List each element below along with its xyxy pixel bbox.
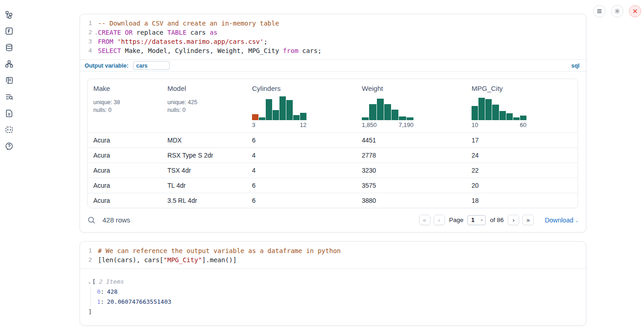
code-token: FROM (98, 38, 113, 45)
code-text: CREATE OR replace TABLE cars as (92, 28, 217, 37)
search-icon[interactable] (87, 216, 96, 224)
line-number: 3 (80, 37, 92, 46)
histogram-bar (273, 110, 279, 120)
next-page-button[interactable]: › (508, 215, 519, 225)
python-output: ⌄ [ 2 Items 0: 428 1: 20.060747663551403… (80, 269, 586, 325)
table-row[interactable]: Acura TL 4dr 6 3575 20 (88, 178, 578, 193)
hamburger-menu-icon[interactable] (593, 5, 606, 17)
table-row[interactable]: Acura RSX Type S 2dr 4 2778 24 (88, 148, 578, 163)
sql-code-editor[interactable]: 1 -- Download a CSV and create an in-mem… (80, 14, 586, 59)
column-header-weight[interactable]: Weight 1,8507,190 (356, 85, 466, 128)
gear-icon[interactable] (611, 5, 623, 17)
logs-icon[interactable] (5, 76, 13, 85)
histogram-bar (499, 111, 506, 120)
page-select[interactable]: 1 (467, 215, 486, 225)
dependency-graph-icon[interactable] (5, 60, 13, 68)
code-text: FROM 'https://datasets.marimo.app/cars.c… (92, 37, 268, 46)
output-variable-row: Output variable: sql (80, 59, 586, 71)
column-label: Cylinders (252, 85, 351, 92)
column-header-cylinders[interactable]: Cylinders 312 (247, 85, 356, 128)
collapse-chevron-icon[interactable]: ⌄ (88, 277, 91, 287)
column-label: Make (93, 85, 156, 92)
prev-page-button[interactable]: ‹ (434, 215, 445, 225)
code-token: ; (263, 38, 267, 45)
histogram-bar (293, 115, 300, 120)
tree-children: 0: 428 1: 20.060747663551403 (91, 287, 579, 307)
histogram[interactable] (362, 96, 413, 120)
code-text: -- Download a CSV and create an in-memor… (92, 19, 279, 28)
code-line: 2 [len(cars), cars["MPG_City"].mean()] (80, 255, 586, 264)
pagination: « ‹ Page 1 ⌄ of 86 › » Download⌄ (419, 215, 579, 225)
items-count-label: 2 Items (99, 277, 124, 287)
file-tree-icon[interactable] (5, 11, 13, 19)
datasources-icon[interactable] (5, 43, 13, 52)
histogram[interactable] (472, 96, 526, 120)
documentation-icon[interactable] (5, 109, 13, 117)
help-icon[interactable] (5, 142, 13, 150)
close-bracket: ] (88, 307, 579, 317)
table-row[interactable]: Acura MDX 6 4451 17 (88, 132, 578, 148)
cell-weight: 2778 (356, 152, 466, 159)
table-row[interactable]: Acura 3.5 RL 4dr 6 3880 18 (88, 193, 578, 208)
output-variable-input[interactable] (133, 61, 170, 70)
weight-histogram: 1,8507,190 (362, 96, 413, 128)
cylinders-histogram: 312 (252, 96, 306, 128)
page-total-label: of 86 (490, 217, 504, 223)
first-page-button[interactable]: « (419, 215, 430, 225)
histogram-axis: 1060 (472, 122, 526, 128)
python-code-editor[interactable]: 1 # We can reference the output variable… (80, 242, 586, 269)
variables-icon[interactable] (5, 27, 13, 35)
cell-weight: 3230 (356, 167, 466, 174)
column-header-mpg-city[interactable]: MPG_City 1060 (466, 85, 578, 128)
code-line: 4 SELECT Make, Model, Cylinders, Weight,… (80, 46, 586, 55)
column-label: Model (167, 85, 241, 92)
cell-cylinders: 6 (247, 182, 356, 189)
entry-key: 1 (97, 297, 101, 307)
code-line: 2⌄ CREATE OR replace TABLE cars as (80, 28, 586, 37)
histogram-bar (513, 117, 520, 120)
histogram-bar (266, 99, 272, 120)
cell-model: TL 4dr (162, 182, 247, 189)
code-token: [len(cars), cars[ (98, 256, 163, 264)
python-cell: 1 # We can reference the output variable… (80, 241, 586, 326)
line-number: 1 (80, 246, 92, 255)
sql-cell: 1 -- Download a CSV and create an in-mem… (80, 14, 586, 233)
histogram-bar (478, 98, 485, 120)
download-button[interactable]: Download⌄ (545, 217, 579, 224)
mpg-city-histogram: 1060 (472, 96, 526, 128)
code-token: "MPG_City" (163, 256, 202, 264)
column-header-make[interactable]: Make unique: 38nulls: 0 (88, 85, 162, 128)
histogram-bar (485, 99, 492, 120)
line-number: 2 (80, 255, 92, 264)
code-line: 1 # We can reference the output variable… (80, 246, 586, 255)
fold-chevron-icon[interactable]: ⌄ (95, 28, 97, 37)
column-header-model[interactable]: Model unique: 425nulls: 0 (162, 85, 247, 128)
line-number: 1 (80, 19, 92, 28)
code-token: 'https://datasets.marimo.app/cars.csv' (117, 38, 263, 45)
column-summary: unique: 38nulls: 0 (93, 99, 156, 114)
histogram-bar (472, 106, 478, 120)
histogram-bar (520, 116, 526, 120)
code-token: -- Download a CSV and create an in-memor… (98, 20, 279, 27)
close-icon[interactable] (629, 5, 641, 17)
code-token: Make, Model, Cylinders, Weight, MPG_City (121, 47, 283, 54)
code-token: from (283, 47, 299, 54)
sidebar (0, 0, 18, 333)
table-section: Make unique: 38nulls: 0 Model unique: 42… (80, 71, 586, 208)
cell-model: RSX Type S 2dr (162, 152, 247, 159)
snippets-icon[interactable] (5, 126, 13, 134)
code-text: # We can reference the output variable a… (92, 246, 341, 255)
histogram-bar (259, 117, 265, 120)
histogram-bar (492, 105, 499, 120)
cell-mpg-city: 22 (466, 167, 578, 174)
column-label: MPG_City (472, 85, 572, 92)
histogram[interactable] (252, 96, 306, 120)
last-page-button[interactable]: » (522, 215, 534, 225)
cell-cylinders: 4 (247, 152, 356, 159)
cell-make: Acura (88, 137, 162, 144)
tracing-icon[interactable] (5, 93, 13, 101)
line-number: 2⌄ (80, 28, 92, 37)
cell-cylinders: 4 (247, 167, 356, 174)
cell-weight: 3880 (356, 197, 466, 204)
table-row[interactable]: Acura TSX 4dr 4 3230 22 (88, 163, 578, 178)
